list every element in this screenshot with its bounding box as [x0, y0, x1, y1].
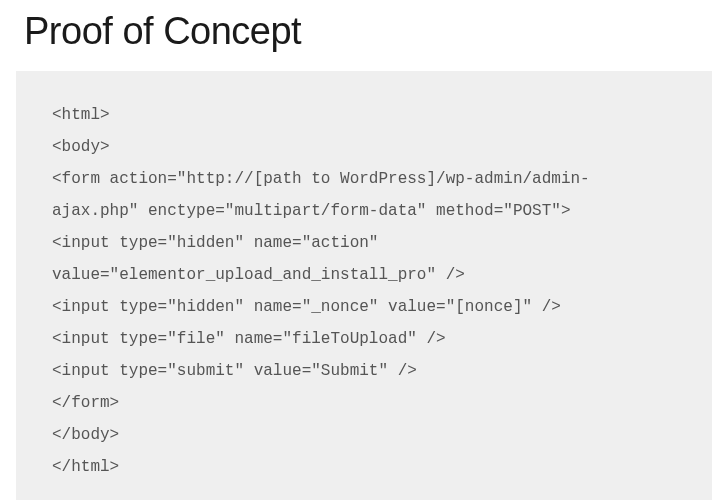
code-line: <form action="http://[path to WordPress]… [52, 163, 676, 227]
code-line: <input type="submit" value="Submit" /> [52, 355, 676, 387]
section-heading: Proof of Concept [0, 0, 728, 71]
code-line: </html> [52, 451, 676, 483]
code-line: <html> [52, 99, 676, 131]
code-line: </form> [52, 387, 676, 419]
code-block: <html> <body> <form action="http://[path… [16, 71, 712, 500]
code-line: <body> [52, 131, 676, 163]
code-line: </body> [52, 419, 676, 451]
code-line: <input type="hidden" name="_nonce" value… [52, 291, 676, 323]
code-line: <input type="file" name="fileToUpload" /… [52, 323, 676, 355]
code-line: <input type="hidden" name="action" value… [52, 227, 676, 291]
